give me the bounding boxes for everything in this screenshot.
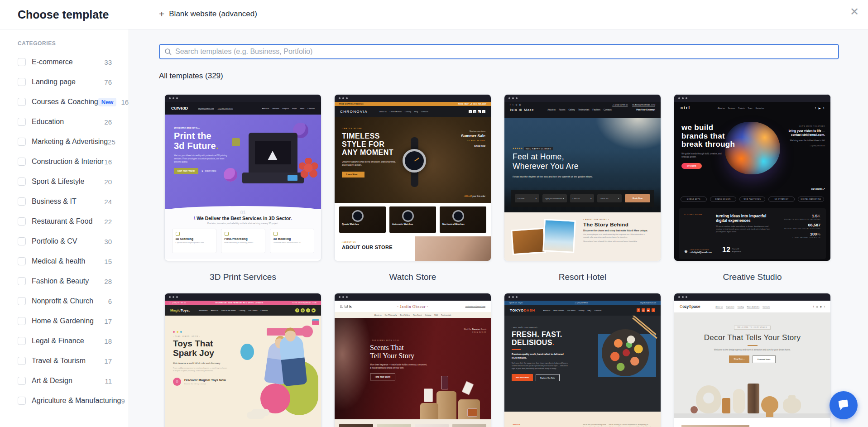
category-checkbox[interactable] [18,257,26,265]
browser-dots-icon [674,293,830,301]
browser-dots-icon [335,293,491,301]
category-checkbox[interactable] [18,58,26,66]
watch-graphic [402,210,414,222]
plus-icon: + [159,9,164,19]
category-checkbox[interactable] [18,197,26,206]
category-checkbox[interactable] [18,277,26,285]
feature-icon [273,232,278,236]
preview-button: Find Your Scent [370,374,395,380]
facebook-icon: f [813,305,814,308]
category-checkbox[interactable] [18,78,26,86]
template-card-sushi[interactable]: Open 8 am - 10 pm +1 (234) 567 89 00 tok… [504,293,661,427]
category-checkbox[interactable] [18,158,26,166]
category-label: Home & Gardening [32,317,94,325]
category-checkbox[interactable] [18,377,26,385]
preview-button: ▶Watch Video [202,170,216,172]
model-photo [415,236,491,261]
twitter-icon: t [513,104,513,106]
blank-website-button[interactable]: + Blank website (advanced) [159,9,257,19]
category-label: Courses & Coaching [32,98,98,106]
chat-bubble-icon [836,398,851,413]
category-checkbox[interactable] [18,217,26,225]
new-badge: New [98,98,117,106]
category-count: 30 [104,238,112,245]
category-count: 16 [104,158,112,166]
category-item[interactable]: Home & Gardening 17 [0,311,129,331]
category-label: Sport & Lifestyle [32,178,85,186]
category-item[interactable]: Portfolio & CV 30 [0,231,129,251]
category-item[interactable]: E-commerce 33 [0,52,129,72]
preview-button: Start Your Project [174,168,198,174]
category-item[interactable]: Medical & health 15 [0,251,129,271]
chat-widget-button[interactable] [830,391,858,419]
preview-hero: we build brands that break through We gu… [674,114,830,193]
category-item[interactable]: Landing page 76 [0,72,129,92]
instagram-icon: ◎ [816,305,818,308]
watch-graphic [452,210,464,222]
preview-hero: • PLAY, LEARN, GROW • Toys That Spark Jo… [165,316,321,427]
photo-collage [511,219,579,261]
category-checkbox[interactable] [18,98,26,106]
preview-hero: //WATCH STORE TIMELESS STYLE FOR ANY MOM… [335,117,491,203]
template-name: 3D Print Services [164,261,321,293]
sushi-platter-graphic [602,329,649,376]
category-item[interactable]: Marketing & Advertising 25 [0,132,129,152]
category-item[interactable]: Travel & Tourism 17 [0,351,129,371]
gift-icon [312,319,319,325]
category-checkbox[interactable] [18,397,26,405]
blank-website-label: Blank website (advanced) [169,10,257,19]
category-checkbox[interactable] [18,357,26,365]
twitter-icon: t [306,308,310,312]
category-checkbox[interactable] [18,138,26,146]
close-icon[interactable]: ✕ [850,6,859,17]
category-count: 24 [104,198,112,206]
search-input[interactable] [175,48,834,56]
category-checkbox[interactable] [18,237,26,245]
category-checkbox[interactable] [18,118,26,126]
category-label: Portfolio & CV [32,237,77,245]
category-item[interactable]: Fashion & Beauty 28 [0,271,129,291]
booking-field: Location▾ [515,194,539,202]
category-item[interactable]: Business & IT 24 [0,192,129,211]
template-name: Resort Hotel [504,261,661,293]
category-count: 26 [104,118,112,126]
category-item[interactable]: Construction & Interior 16 [0,152,129,172]
category-item[interactable]: Restaurant & Food 22 [0,211,129,231]
category-item[interactable]: Education 26 [0,112,129,132]
youtube-icon: ▶ [820,305,822,308]
preview-logo: ctrl [681,106,691,110]
template-card-perfume[interactable]: f◎▶ - Jardin Obscur - jardinobscur@email… [334,293,491,427]
service-pill: WEB PLATFORMS [739,197,766,202]
category-item[interactable]: Courses & Coaching New 16 [0,92,129,112]
service-pill: UX STRATEGY [768,197,795,202]
category-checkbox[interactable] [18,178,26,186]
category-item[interactable]: Art & Design 11 [0,371,129,391]
preview-button: Book Now [625,194,650,202]
template-card-resort-hotel[interactable]: ft◎▶ +1 (234) 567 89 00 ISLADIMARE@EMAIL… [504,94,661,261]
browser-dots-icon [504,95,661,102]
category-item[interactable]: Sport & Lifestyle 20 [0,172,129,192]
template-card-creative-studio[interactable]: ctrl About usServicesProjectsTeamContact… [674,94,831,261]
category-checkbox[interactable] [18,337,26,345]
service-pill: DIGITAL MARKETING [798,197,824,202]
template-card-toys[interactable]: +1 (234) 567 89 00 SHOWROOM: 3254 FAIRMO… [164,293,321,427]
category-checkbox[interactable] [18,297,26,305]
category-item[interactable]: Nonprofit & Church 6 [0,291,129,311]
twitter-icon: t [482,110,485,113]
youtube-icon: ▶ [819,106,821,110]
service-pill: MOBILE APPS [681,197,707,202]
category-item[interactable]: Agriculture & Manufacturing 9 [0,391,129,411]
booking-bar: Location▾Type placeholder text▾Check-in▾… [511,190,654,207]
preview-hero: Welcome and let's... Print the 3d Future… [165,115,321,209]
template-card-3d-print-services[interactable]: Curve3D 3d.print@email.com +1 (234) 567 … [164,94,321,261]
category-label: Marketing & Advertising [32,138,108,146]
facebook-icon: f [295,308,299,312]
twitter-icon: t [825,305,825,308]
category-count: 11 [105,377,112,385]
twitter-icon: t [823,106,824,110]
category-count: 20 [104,178,112,186]
category-checkbox[interactable] [18,317,26,325]
template-card-watch-store[interactable]: FREE SHIPPING FROM $20 NEED HELP: +1 (80… [334,94,491,261]
template-card-decor[interactable]: CozySpace About usInspirationCatalogNews… [674,293,831,427]
category-item[interactable]: Legal & Finance 18 [0,331,129,351]
